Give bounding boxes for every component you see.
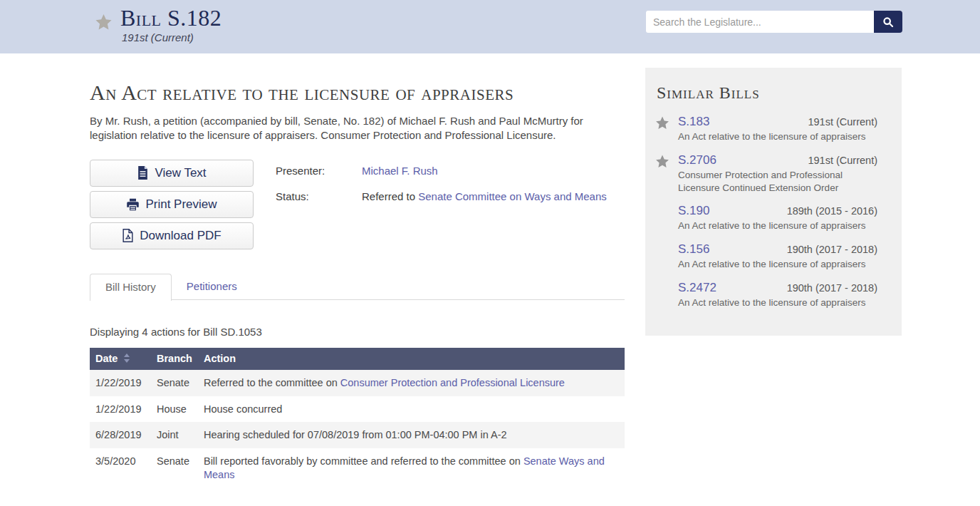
similar-bill-session: 190th (2017 - 2018) <box>787 282 877 294</box>
column-header-date[interactable]: Date <box>90 348 151 370</box>
status-row: Status: Referred to Senate Committee on … <box>276 190 607 202</box>
column-header-action: Action <box>198 348 625 370</box>
similar-bill-body: S.183 191st (Current) An Act relative to… <box>678 115 877 143</box>
print-preview-button[interactable]: Print Preview <box>90 191 254 218</box>
similar-bill-link[interactable]: S.156 <box>678 242 709 257</box>
similar-bills-list: S.183 191st (Current) An Act relative to… <box>645 110 902 314</box>
view-text-button[interactable]: View Text <box>90 160 254 187</box>
similar-bill-link[interactable]: S.2706 <box>678 153 716 167</box>
print-preview-label: Print Preview <box>145 197 217 212</box>
cell-date: 3/5/2020 <box>90 448 151 488</box>
sort-icon <box>124 353 130 365</box>
similar-bill-body: S.156 190th (2017 - 2018) An Act relativ… <box>678 242 877 271</box>
bill-description: By Mr. Rush, a petition (accompanied by … <box>90 114 625 143</box>
status-committee-link[interactable]: Senate Committee on Ways and Means <box>418 190 607 202</box>
actions-summary: Displaying 4 actions for Bill SD.1053 <box>90 326 625 338</box>
star-slot <box>655 204 678 232</box>
similar-bill-link[interactable]: S.183 <box>678 115 709 129</box>
cell-date: 6/28/2019 <box>90 422 151 448</box>
similar-bill-description: An Act relative to the licensure of appr… <box>678 130 877 143</box>
session-label: 191st (Current) <box>122 31 221 43</box>
favorite-star-icon[interactable] <box>94 13 113 31</box>
table-header-row: Date Branch Action <box>90 348 625 370</box>
table-row: 1/22/2019 Senate Referred to the committ… <box>90 370 625 396</box>
view-text-label: View Text <box>155 166 206 180</box>
search-input[interactable] <box>646 11 874 33</box>
similar-bill-body: S.190 189th (2015 - 2016) An Act relativ… <box>678 204 877 232</box>
similar-bill-header: S.156 190th (2017 - 2018) <box>678 242 877 257</box>
presenter-row: Presenter: Michael F. Rush <box>276 165 607 177</box>
similar-bills-panel: Similar Bills S.183 191st (Current) An A… <box>645 68 902 336</box>
presenter-link[interactable]: Michael F. Rush <box>362 165 438 177</box>
search-icon <box>882 16 894 28</box>
tab-bill-history[interactable]: Bill History <box>90 274 172 301</box>
star-icon[interactable] <box>655 115 670 130</box>
history-table-body: 1/22/2019 Senate Referred to the committ… <box>90 370 625 488</box>
star-slot <box>655 242 678 271</box>
similar-bill-description: Consumer Protection and Professional Lic… <box>678 169 877 195</box>
cell-date: 1/22/2019 <box>90 396 151 423</box>
action-text: Referred to the committee on <box>204 377 340 388</box>
header: Bill S.182 191st (Current) <box>0 0 980 53</box>
similar-bill-item: S.183 191st (Current) An Act relative to… <box>645 110 902 148</box>
star-slot <box>655 115 678 143</box>
presenter-label: Presenter: <box>276 165 362 177</box>
actions-and-meta: View Text Print Preview Download PDF Pre… <box>90 160 625 254</box>
action-text: House concurred <box>204 403 282 415</box>
similar-bill-header: S.183 191st (Current) <box>678 115 877 129</box>
similar-bill-header: S.2706 191st (Current) <box>678 153 877 167</box>
search-button[interactable] <box>874 11 902 33</box>
cell-action: Bill reported favorably by committee and… <box>198 448 625 488</box>
similar-bill-session: 191st (Current) <box>808 155 877 166</box>
action-text: Hearing scheduled for 07/08/2019 from 01… <box>204 429 507 440</box>
status-prefix: Referred to <box>362 190 418 202</box>
download-pdf-button[interactable]: Download PDF <box>90 222 254 249</box>
document-buttons: View Text Print Preview Download PDF <box>90 160 254 254</box>
action-committee-link[interactable]: Consumer Protection and Professional Lic… <box>340 377 565 388</box>
header-bill-block: Bill S.182 191st (Current) <box>94 6 221 43</box>
similar-bill-description: An Act relative to the licensure of appr… <box>678 258 877 271</box>
similar-bill-link[interactable]: S.2472 <box>678 281 716 295</box>
file-pdf-icon <box>122 229 134 242</box>
page-title: An Act relative to the licensure of appr… <box>90 80 625 105</box>
main-content: An Act relative to the licensure of appr… <box>90 53 625 488</box>
cell-action: Referred to the committee on Consumer Pr… <box>198 370 625 396</box>
download-pdf-label: Download PDF <box>140 229 221 243</box>
header-titles: Bill S.182 191st (Current) <box>120 6 221 43</box>
star-icon[interactable] <box>655 154 670 169</box>
similar-bill-link[interactable]: S.190 <box>678 204 709 218</box>
status-value: Referred to Senate Committee on Ways and… <box>362 190 607 202</box>
cell-branch: House <box>151 396 198 423</box>
similar-bill-session: 189th (2015 - 2016) <box>787 205 877 217</box>
similar-bill-body: S.2472 190th (2017 - 2018) An Act relati… <box>678 281 877 309</box>
bill-number-title: Bill S.182 <box>120 6 221 30</box>
file-text-icon <box>137 166 149 180</box>
column-header-branch: Branch <box>151 348 198 370</box>
similar-bill-session: 191st (Current) <box>808 116 877 128</box>
star-slot <box>655 153 678 195</box>
bill-history-table: Date Branch Action 1/22/2019 Senate Refe… <box>90 348 625 488</box>
table-row: 6/28/2019 Joint Hearing scheduled for 07… <box>90 422 625 448</box>
cell-date: 1/22/2019 <box>90 370 151 396</box>
similar-bill-item: S.190 189th (2015 - 2016) An Act relativ… <box>645 199 902 237</box>
cell-branch: Joint <box>151 422 198 448</box>
status-label: Status: <box>276 190 362 202</box>
similar-bill-header: S.2472 190th (2017 - 2018) <box>678 281 877 295</box>
date-header-label: Date <box>95 353 118 364</box>
star-slot <box>655 281 678 309</box>
similar-bill-item: S.2472 190th (2017 - 2018) An Act relati… <box>645 276 902 314</box>
similar-bill-body: S.2706 191st (Current) Consumer Protecti… <box>678 153 877 195</box>
cell-branch: Senate <box>151 448 198 488</box>
similar-bill-session: 190th (2017 - 2018) <box>787 244 877 255</box>
cell-action: House concurred <box>198 396 625 423</box>
similar-bills-title: Similar Bills <box>657 83 902 103</box>
cell-branch: Senate <box>151 370 198 396</box>
action-text: Bill reported favorably by committee and… <box>204 455 523 467</box>
similar-bill-description: An Act relative to the licensure of appr… <box>678 296 877 309</box>
similar-bill-item: S.156 190th (2017 - 2018) An Act relativ… <box>645 237 902 276</box>
cell-action: Hearing scheduled for 07/08/2019 from 01… <box>198 422 625 448</box>
similar-bill-description: An Act relative to the licensure of appr… <box>678 220 877 232</box>
search-bar <box>646 11 902 33</box>
tab-petitioners[interactable]: Petitioners <box>172 274 252 299</box>
bill-meta: Presenter: Michael F. Rush Status: Refer… <box>276 160 607 254</box>
